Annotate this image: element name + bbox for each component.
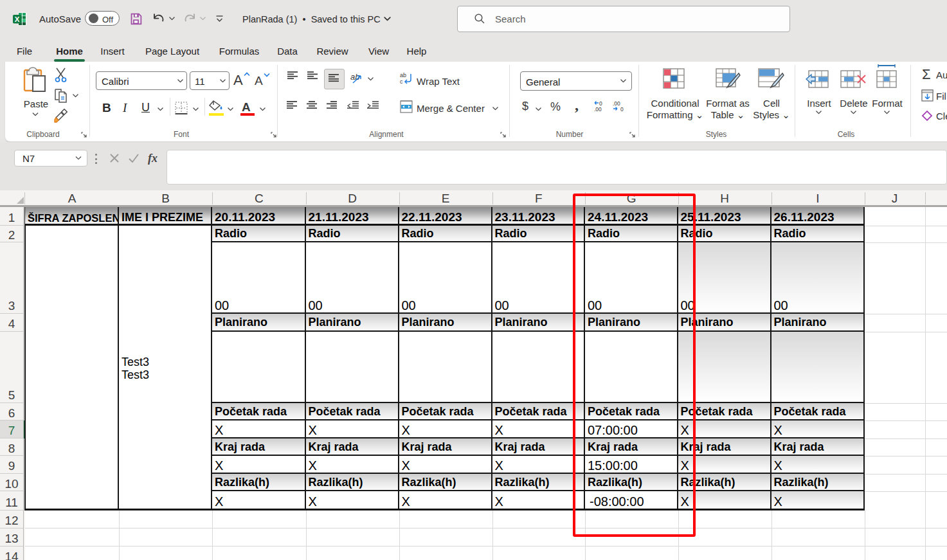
svg-text:0: 0 xyxy=(620,106,624,112)
svg-text:X: X xyxy=(15,15,20,23)
svg-text:c: c xyxy=(400,78,403,85)
svg-text:ab: ab xyxy=(400,72,406,78)
svg-text:.00: .00 xyxy=(613,100,620,107)
svg-text:.00: .00 xyxy=(594,106,602,112)
